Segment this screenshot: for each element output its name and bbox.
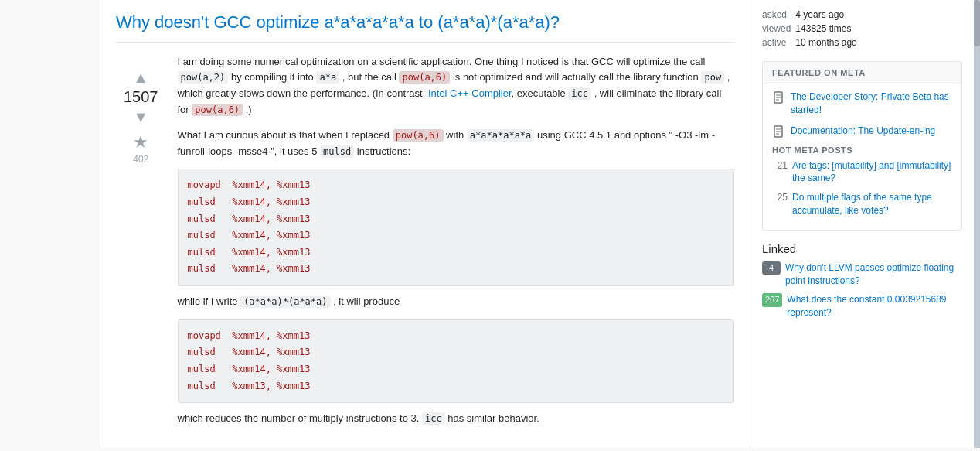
code-pow: pow <box>701 71 724 84</box>
main-content: Why doesn't GCC optimize a*a*a*a*a*a to … <box>100 0 750 448</box>
featured-meta-body: The Developer Story: Private Beta has st… <box>763 84 961 230</box>
meta-doc-icon-2 <box>772 125 784 138</box>
linked-badge-2: 267 <box>762 293 782 306</box>
code-line: mulsd %xmm14, %xmm13 <box>188 361 725 378</box>
asked-value: 4 years ago <box>795 8 861 22</box>
stats-table: asked 4 years ago viewed 143825 times ac… <box>762 8 862 50</box>
intel-compiler-link[interactable]: Intel C++ Compiler <box>428 87 512 99</box>
code-line: mulsd %xmm14, %xmm13 <box>188 194 725 211</box>
scrollbar-thumb[interactable] <box>974 0 980 46</box>
question-body: I am doing some numerical optimization o… <box>178 54 735 436</box>
code-block-2: movapd %xmm14, %xmm13 mulsd %xmm14, %xmm… <box>178 319 735 403</box>
right-sidebar: asked 4 years ago viewed 143825 times ac… <box>750 0 974 448</box>
left-gutter <box>0 0 100 448</box>
question-title[interactable]: Why doesn't GCC optimize a*a*a*a*a*a to … <box>116 12 734 43</box>
code-pow-a6-3: pow(a,6) <box>393 129 444 142</box>
meta-item-1: The Developer Story: Private Beta has st… <box>772 91 952 117</box>
hot-meta-item-1: 21 Are tags: [mutability] and [immutabil… <box>772 159 952 186</box>
linked-link-1[interactable]: Why don't LLVM passes optimize floating … <box>785 261 962 288</box>
para1b-text: by compiling it into <box>228 71 316 83</box>
code-line: mulsd %xmm14, %xmm13 <box>188 227 725 244</box>
code-pow-a6-2: pow(a,6) <box>192 104 243 116</box>
meta-item-2-text[interactable]: Documentation: The Update-en-ing <box>791 125 935 138</box>
featured-meta-box: FEATURED ON META The Developer Story: Pr… <box>762 61 962 231</box>
meta-doc-icon-1 <box>772 91 784 104</box>
active-value: 10 months ago <box>795 36 861 50</box>
linked-header: Linked <box>762 242 962 255</box>
scrollbar[interactable] <box>974 0 980 448</box>
code-icc-2: icc <box>422 412 445 425</box>
featured-meta-header: FEATURED ON META <box>763 62 961 84</box>
vote-up-button[interactable]: ▲ <box>133 70 148 85</box>
hot-meta-link-2[interactable]: Do multiple flags of the same type accum… <box>792 191 952 217</box>
para1c-text: , but the call <box>339 71 399 83</box>
code-a3-a3: (a*a*a)*(a*a*a) <box>240 296 330 308</box>
para1-text: I am doing some numerical optimization o… <box>178 56 706 67</box>
meta-item-1-text[interactable]: The Developer Story: Private Beta has st… <box>791 91 952 117</box>
para1d-text: is not optimized and will actually call … <box>450 71 701 83</box>
question-para2: What I am curious about is that when I r… <box>178 128 735 160</box>
question-para4: which reduces the number of multiply ins… <box>178 411 735 427</box>
para2d-text: instructions: <box>354 145 410 157</box>
para4b-text: has similar behavior. <box>445 412 539 424</box>
viewed-label: viewed <box>762 22 795 36</box>
linked-link-2[interactable]: What does the constant 0.0039215689 repr… <box>787 293 962 319</box>
code-line: mulsd %xmm14, %xmm13 <box>188 244 725 261</box>
stats-viewed-row: viewed 143825 times <box>762 22 862 36</box>
code-line: mulsd %xmm14, %xmm13 <box>188 344 725 361</box>
question-area: ▲ 1507 ▼ ★ 402 I am doing some numerical… <box>116 54 734 436</box>
sidebar-stats: asked 4 years ago viewed 143825 times ac… <box>762 8 962 50</box>
para2-text: What I am curious about is that when I r… <box>178 129 393 141</box>
code-pow-a6: pow(a,6) <box>399 71 450 84</box>
hot-meta-item-2: 25 Do multiple flags of the same type ac… <box>772 191 952 217</box>
code-line: mulsd %xmm14, %xmm13 <box>188 211 725 228</box>
code-line: mulsd %xmm14, %xmm13 <box>188 261 725 278</box>
hot-meta-count-1: 21 <box>772 159 788 186</box>
vote-count: 1507 <box>124 88 158 106</box>
question-para3: while if I write (a*a*a)*(a*a*a) , it wi… <box>178 294 735 310</box>
code-pow-a2: pow(a,2) <box>178 71 229 84</box>
code-a6-expanded: a*a*a*a*a*a <box>467 129 534 142</box>
para4-text: which reduces the number of multiply ins… <box>178 412 422 424</box>
stats-asked-row: asked 4 years ago <box>762 8 862 22</box>
meta-item-1-link[interactable]: The Developer Story: Private Beta has st… <box>791 91 949 115</box>
code-mulsd: mulsd <box>320 145 354 158</box>
linked-item-2: 267 What does the constant 0.0039215689 … <box>762 293 962 319</box>
linked-section: Linked 4 Why don't LLVM passes optimize … <box>762 242 962 319</box>
code-block-1: movapd %xmm14, %xmm13 mulsd %xmm14, %xmm… <box>178 169 735 286</box>
code-line: mulsd %xmm13, %xmm13 <box>188 378 725 395</box>
linked-badge-1: 4 <box>762 261 781 275</box>
code-aa: a*a <box>316 71 339 84</box>
bookmark-star-icon[interactable]: ★ <box>133 132 148 152</box>
asked-label: asked <box>762 8 795 22</box>
hot-meta-count-2: 25 <box>772 191 788 217</box>
hot-meta-header: HOT META POSTS <box>772 145 952 155</box>
para3b-text: , it will produce <box>331 296 400 307</box>
para1f-text: , executable <box>512 87 569 99</box>
viewed-value: 143825 times <box>795 22 861 36</box>
linked-item-1: 4 Why don't LLVM passes optimize floatin… <box>762 261 962 288</box>
para3-text: while if I write <box>178 296 241 307</box>
hot-meta-link-1[interactable]: Are tags: [mutability] and [immutability… <box>792 159 952 186</box>
question-para1: I am doing some numerical optimization o… <box>178 54 735 118</box>
vote-area: ▲ 1507 ▼ ★ 402 <box>116 54 166 436</box>
active-label: active <box>762 36 795 50</box>
para1h-text: .) <box>243 104 252 115</box>
code-line: movapd %xmm14, %xmm13 <box>188 177 725 194</box>
code-line: movapd %xmm14, %xmm13 <box>188 328 725 345</box>
para2b-text: with <box>444 129 467 141</box>
bookmark-count: 402 <box>133 154 148 165</box>
code-icc: icc <box>568 87 591 100</box>
stats-active-row: active 10 months ago <box>762 36 862 50</box>
vote-down-button[interactable]: ▼ <box>133 109 148 125</box>
meta-item-2-link[interactable]: Documentation: The Update-en-ing <box>791 125 935 136</box>
meta-item-2: Documentation: The Update-en-ing <box>772 125 952 138</box>
